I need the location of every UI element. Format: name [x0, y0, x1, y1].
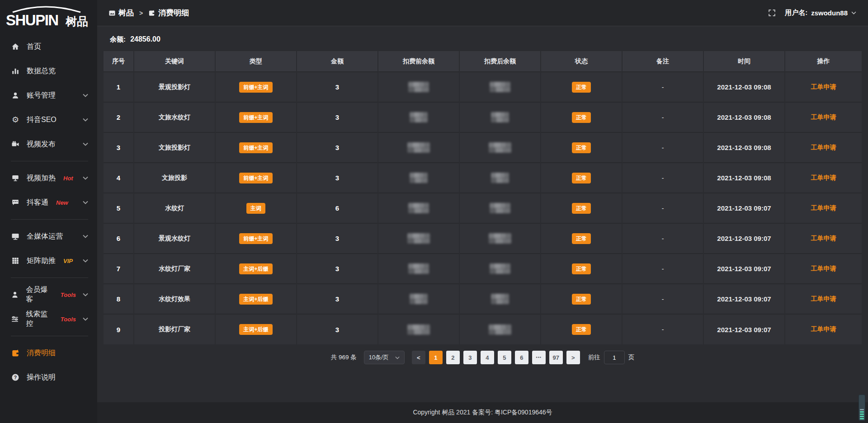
- fullscreen-icon[interactable]: [768, 9, 776, 17]
- cell-pre-balance: [378, 102, 459, 132]
- redacted-balance: [408, 82, 429, 92]
- redacted-balance: [408, 263, 429, 274]
- breadcrumb: 树品 > 消费明细: [109, 8, 189, 18]
- cell-type: 主词+后缀: [215, 254, 297, 284]
- floating-widget[interactable]: [859, 395, 865, 421]
- sidebar-item-consumption-detail[interactable]: 消费明细: [11, 341, 97, 365]
- sidebar-item-douketong[interactable]: 抖客通 New: [11, 190, 97, 215]
- sidebar-item-all-media[interactable]: 全媒体运营: [11, 224, 97, 249]
- ticket-request-link[interactable]: 工单申请: [811, 174, 836, 181]
- sidebar-divider: [11, 161, 88, 161]
- username-value: zswodun88: [811, 9, 848, 17]
- next-page-button[interactable]: >: [566, 351, 580, 364]
- ticket-request-link[interactable]: 工单申请: [811, 204, 836, 212]
- status-badge: 正常: [572, 263, 591, 274]
- sidebar-item-label: 数据总览: [27, 66, 56, 76]
- ticket-request-link[interactable]: 工单申请: [811, 325, 836, 333]
- pagination: 共 969 条 10条/页 < 1 2 3 4 5 6 ••• 97 > 前往 …: [104, 351, 862, 364]
- cell-status: 正常: [541, 163, 622, 193]
- cell-remark: -: [622, 132, 703, 163]
- sidebar-item-video-publish[interactable]: 视频发布: [11, 132, 97, 156]
- ticket-request-link[interactable]: 工单申请: [811, 83, 836, 90]
- breadcrumb-item-home[interactable]: 树品: [109, 8, 134, 18]
- sidebar-item-matrix-boost[interactable]: 矩阵助推 VIP: [11, 249, 97, 273]
- sidebar-item-douyin-seo[interactable]: ⚙ 抖音SEO: [11, 108, 97, 132]
- page-size-select[interactable]: 10条/页: [364, 351, 405, 364]
- type-badge: 前缀+主词: [239, 112, 272, 123]
- tools-badge: Tools: [61, 316, 76, 323]
- chevron-down-icon: [83, 118, 88, 122]
- cell-keyword: 景观投影灯: [134, 72, 215, 102]
- page-button-97[interactable]: 97: [549, 351, 563, 364]
- prev-page-button[interactable]: <: [412, 351, 425, 364]
- col-header-action: 操作: [785, 51, 862, 72]
- cell-remark: -: [622, 284, 703, 314]
- sidebar-item-home[interactable]: 首页: [11, 34, 97, 59]
- ticket-request-link[interactable]: 工单申请: [811, 235, 836, 242]
- cell-remark: -: [622, 163, 703, 193]
- cell-type: 主词: [215, 193, 297, 223]
- wallet-icon: [11, 349, 20, 357]
- cell-keyword: 投影灯厂家: [134, 314, 215, 344]
- breadcrumb-wallet-icon: [148, 9, 155, 16]
- sidebar-item-member-burst[interactable]: 会员爆客 Tools: [11, 282, 97, 307]
- sidebar-item-video-heat[interactable]: 视频加热 Hot: [11, 166, 97, 190]
- page-button-4[interactable]: 4: [481, 351, 494, 364]
- cell-status: 正常: [541, 132, 622, 163]
- redacted-balance: [410, 173, 428, 183]
- sidebar-item-data-overview[interactable]: 数据总览: [11, 59, 97, 83]
- status-badge: 正常: [572, 82, 591, 93]
- col-header-time: 时间: [703, 51, 785, 72]
- widget-bar: [860, 411, 864, 413]
- content: 余额: 24856.00 序号 关键词 类型 金额 扣费前余额 扣费: [97, 26, 868, 402]
- sidebar-item-lead-monitor[interactable]: 线索监控 Tools: [11, 307, 97, 331]
- page-button-2[interactable]: 2: [446, 351, 460, 364]
- ticket-request-link[interactable]: 工单申请: [811, 144, 836, 151]
- col-header-no: 序号: [104, 51, 134, 72]
- redacted-balance: [407, 142, 430, 153]
- cell-remark: -: [622, 314, 703, 344]
- ticket-request-link[interactable]: 工单申请: [811, 265, 836, 272]
- page-button-6[interactable]: 6: [515, 351, 528, 364]
- breadcrumb-item-current[interactable]: 消费明细: [148, 8, 189, 18]
- sidebar: SHUPIN 树品 首页 数据总览 账号管理: [0, 0, 97, 423]
- cell-time: 2021-12-03 09:08: [703, 72, 785, 102]
- sidebar-item-instructions[interactable]: ? 操作说明: [11, 365, 97, 390]
- cell-post-balance: [459, 314, 541, 344]
- chevron-down-icon: [83, 317, 88, 321]
- redacted-balance: [408, 203, 429, 213]
- page-button-3[interactable]: 3: [463, 351, 477, 364]
- table-row: 7 水纹灯厂家 主词+后缀 3 正常 - 2021-12-03 09:07 工单…: [104, 254, 862, 284]
- cell-amount: 3: [297, 72, 378, 102]
- ticket-request-link[interactable]: 工单申请: [811, 113, 836, 121]
- user-menu[interactable]: 用户名: zswodun88: [785, 9, 856, 17]
- copyright-text: Copyright 树品 2021 备案号: 粤ICP备09019646号: [413, 409, 552, 417]
- chevron-down-icon: [851, 11, 856, 14]
- cell-no: 1: [104, 72, 134, 102]
- redacted-balance: [407, 324, 430, 335]
- sidebar-item-label: 会员爆客: [26, 285, 53, 304]
- goto-label: 前往: [588, 353, 600, 362]
- sidebar-item-account[interactable]: 账号管理: [11, 83, 97, 108]
- cell-action: 工单申请: [785, 193, 862, 223]
- cell-time: 2021-12-03 09:07: [703, 254, 785, 284]
- pagination-total: 共 969 条: [331, 353, 357, 362]
- cell-pre-balance: [378, 314, 459, 344]
- redacted-balance: [410, 112, 428, 122]
- page-button-1[interactable]: 1: [429, 351, 443, 364]
- widget-bar: [860, 409, 864, 410]
- page-button-5[interactable]: 5: [498, 351, 511, 364]
- more-pages-button[interactable]: •••: [532, 351, 546, 364]
- redacted-balance: [490, 82, 510, 92]
- cell-pre-balance: [378, 284, 459, 314]
- sidebar-item-label: 消费明细: [27, 348, 56, 358]
- balance-value: 24856.00: [130, 35, 160, 43]
- cell-post-balance: [459, 284, 541, 314]
- ticket-request-link[interactable]: 工单申请: [811, 295, 836, 302]
- table-row: 4 文旅投影 前缀+主词 3 正常 - 2021-12-03 09:08 工单申…: [104, 163, 862, 193]
- cell-post-balance: [459, 132, 541, 163]
- breadcrumb-label: 消费明细: [158, 8, 189, 18]
- cell-action: 工单申请: [785, 284, 862, 314]
- cell-post-balance: [459, 193, 541, 223]
- goto-page-input[interactable]: [604, 351, 625, 364]
